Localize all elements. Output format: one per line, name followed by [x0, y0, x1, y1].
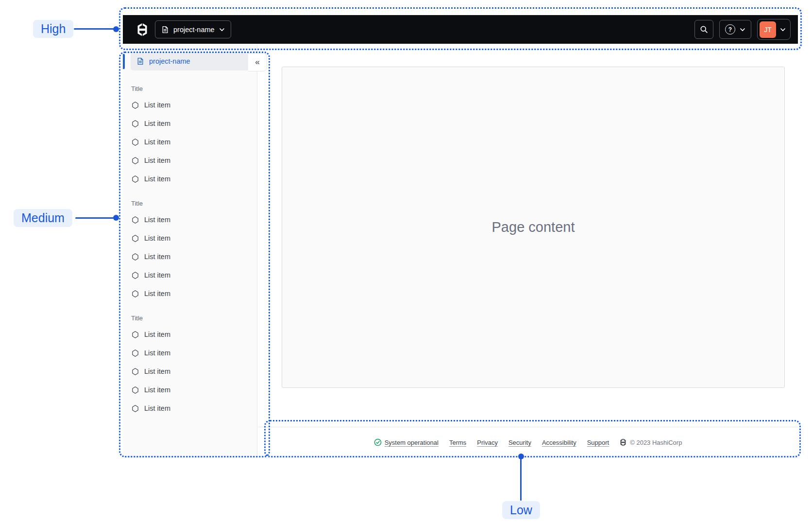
annotation-box-low: [264, 420, 801, 457]
annotation-connector-medium: [75, 217, 115, 219]
annotation-connector-low: [520, 457, 522, 501]
collapse-icon: «: [255, 57, 259, 67]
annotation-box-medium: [119, 52, 270, 457]
screenshot-stage: project-name ?: [0, 0, 812, 524]
annotation-dot-medium: [113, 215, 119, 221]
annotation-box-high: [119, 7, 802, 50]
sidebar-collapse-button[interactable]: «: [248, 53, 267, 71]
annotation-connector-high: [74, 28, 115, 30]
page-content-placeholder: Page content: [492, 219, 575, 235]
annotation-label-high: High: [33, 20, 73, 38]
annotation-dot-high: [113, 26, 119, 32]
annotation-label-medium: Medium: [14, 209, 72, 227]
page-content-area: Page content: [282, 67, 785, 388]
annotation-label-low: Low: [502, 501, 540, 519]
